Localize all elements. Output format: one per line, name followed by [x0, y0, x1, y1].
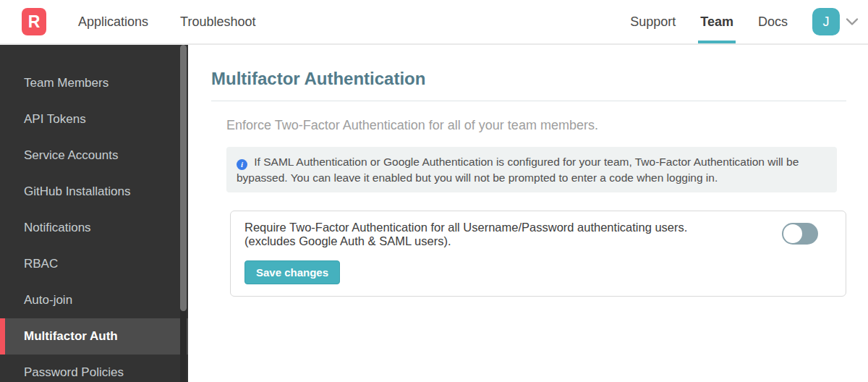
save-changes-button[interactable]: Save changes	[244, 260, 340, 284]
toggle-knob	[783, 224, 802, 243]
sidebar-item-api-tokens[interactable]: API Tokens	[0, 101, 188, 137]
avatar-letter: J	[823, 14, 830, 30]
sidebar-item-service-accounts[interactable]: Service Accounts	[0, 137, 188, 174]
nav-item-team-label: Team	[700, 14, 733, 29]
sidebar-scrollbar-track	[180, 45, 187, 382]
toggle-label-line1: Require Two-Factor Authentication for al…	[244, 221, 752, 234]
chevron-down-icon[interactable]	[845, 17, 859, 26]
sidebar-item-team-members[interactable]: Team Members	[0, 65, 188, 101]
active-tab-underline	[698, 41, 736, 43]
page-title: Multifactor Authentication	[211, 69, 846, 89]
top-navbar: R Applications Troubleshoot Support Team…	[0, 0, 868, 45]
main-content: Multifactor Authentication Enforce Two-F…	[188, 45, 868, 382]
sidebar-item-github-installations[interactable]: GitHub Installations	[0, 174, 188, 210]
rollbar-logo[interactable]: R	[22, 8, 46, 35]
toggle-label: Require Two-Factor Authentication for al…	[244, 221, 832, 248]
sidebar: Team Members API Tokens Service Accounts…	[0, 45, 188, 382]
app-body: Team Members API Tokens Service Accounts…	[0, 45, 868, 382]
secondary-nav: Support Team Docs J	[630, 0, 868, 43]
sidebar-item-multifactor-auth[interactable]: Multifactor Auth	[0, 318, 188, 355]
lead-text: Enforce Two-Factor Authentication for al…	[226, 118, 846, 132]
nav-item-applications[interactable]: Applications	[78, 0, 148, 43]
primary-nav: Applications Troubleshoot	[78, 0, 255, 43]
user-avatar[interactable]: J	[812, 8, 840, 35]
nav-item-docs[interactable]: Docs	[758, 0, 788, 43]
info-alert: i If SAML Authentication or Google Authe…	[226, 147, 837, 192]
sidebar-item-notifications[interactable]: Notifications	[0, 210, 188, 246]
nav-item-troubleshoot[interactable]: Troubleshoot	[180, 0, 255, 43]
info-alert-text: If SAML Authentication or Google Authent…	[237, 156, 799, 184]
sidebar-item-rbac[interactable]: RBAC	[0, 246, 188, 282]
mfa-setting-card: Require Two-Factor Authentication for al…	[230, 211, 846, 297]
user-menu[interactable]: J	[812, 8, 859, 35]
nav-item-support[interactable]: Support	[630, 0, 676, 43]
sidebar-item-password-policies[interactable]: Password Policies	[0, 355, 188, 382]
title-divider	[211, 101, 846, 101]
toggle-label-line2: (excludes Google Auth & SAML users).	[244, 234, 752, 248]
nav-item-team[interactable]: Team	[700, 0, 733, 43]
logo-letter: R	[28, 12, 41, 32]
sidebar-item-auto-join[interactable]: Auto-join	[0, 282, 188, 318]
sidebar-scrollbar-thumb[interactable]	[180, 45, 187, 311]
info-icon: i	[237, 159, 247, 170]
mfa-toggle[interactable]	[782, 223, 818, 245]
